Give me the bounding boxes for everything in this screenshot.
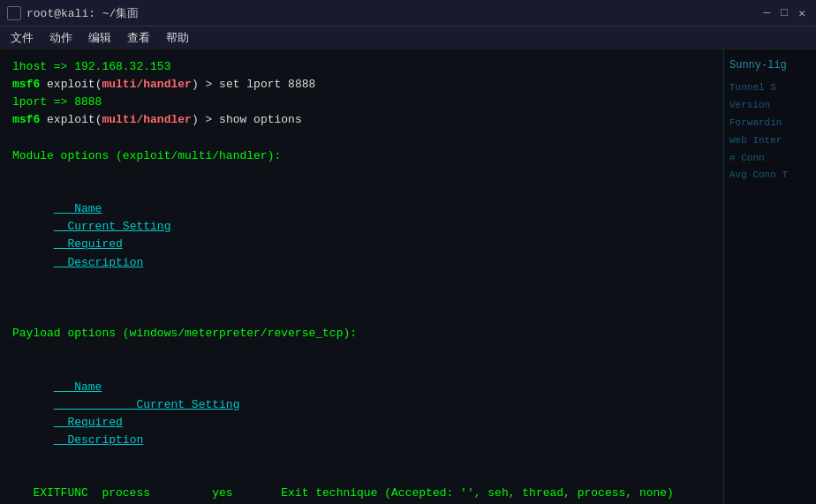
main-area: lhost => 192.168.32.153 msf6 exploit(mul… xyxy=(0,49,816,504)
sidebar-item-3: Web Inter xyxy=(729,132,811,150)
menu-view[interactable]: 查看 xyxy=(120,28,157,48)
sidebar-item-5: Avg Conn T xyxy=(729,167,811,184)
line-set-lport: msf6 exploit(multi/handler) > set lport … xyxy=(12,76,711,94)
window-controls[interactable]: — □ ✕ xyxy=(760,6,809,20)
empty5 xyxy=(12,342,711,360)
menu-edit[interactable]: 编辑 xyxy=(81,28,118,48)
empty3 xyxy=(12,290,711,307)
row-exitfunc: EXITFUNC process yes Exit technique (Acc… xyxy=(12,485,711,502)
menu-help[interactable]: 帮助 xyxy=(159,28,196,48)
minimize-button[interactable]: — xyxy=(760,6,774,20)
terminal[interactable]: lhost => 192.168.32.153 msf6 exploit(mul… xyxy=(0,49,723,504)
sidebar-item-0: Tunnel S xyxy=(729,79,811,97)
line-lport-output: lport => 8888 xyxy=(12,94,711,111)
window-title: root@kali: ~/集面 xyxy=(26,5,139,21)
menu-file[interactable]: 文件 xyxy=(4,28,41,48)
sidebar-item-2: Forwardin xyxy=(729,115,811,132)
empty6 xyxy=(12,467,711,485)
title-bar: root@kali: ~/集面 — □ ✕ xyxy=(0,0,816,26)
empty1 xyxy=(12,130,711,147)
line-lhost: lhost => 192.168.32.153 xyxy=(12,58,711,76)
module-options-header: Module options (exploit/multi/handler): xyxy=(12,147,711,165)
sidebar: Sunny-lig Tunnel S Version Forwardin Web… xyxy=(723,49,816,504)
empty2 xyxy=(12,165,711,183)
menu-bar: 文件 动作 编辑 查看 帮助 xyxy=(0,26,816,49)
window-icon xyxy=(7,6,21,20)
line-show-options: msf6 exploit(multi/handler) > show optio… xyxy=(12,111,711,129)
sidebar-item-4: # Conn xyxy=(729,150,811,168)
empty4 xyxy=(12,307,711,325)
menu-actions[interactable]: 动作 xyxy=(42,28,79,48)
title-bar-left: root@kali: ~/集面 xyxy=(7,5,139,21)
table2-header: Name Current Setting Required Descriptio… xyxy=(12,360,711,467)
payload-options-header: Payload options (windows/meterpreter/rev… xyxy=(12,325,711,342)
close-button[interactable]: ✕ xyxy=(795,6,809,20)
sidebar-item-1: Version xyxy=(729,97,811,115)
table1-header: Name Current Setting Required Descriptio… xyxy=(12,183,711,290)
maximize-button[interactable]: □ xyxy=(777,6,791,20)
sidebar-title: Sunny-lig xyxy=(729,56,811,74)
